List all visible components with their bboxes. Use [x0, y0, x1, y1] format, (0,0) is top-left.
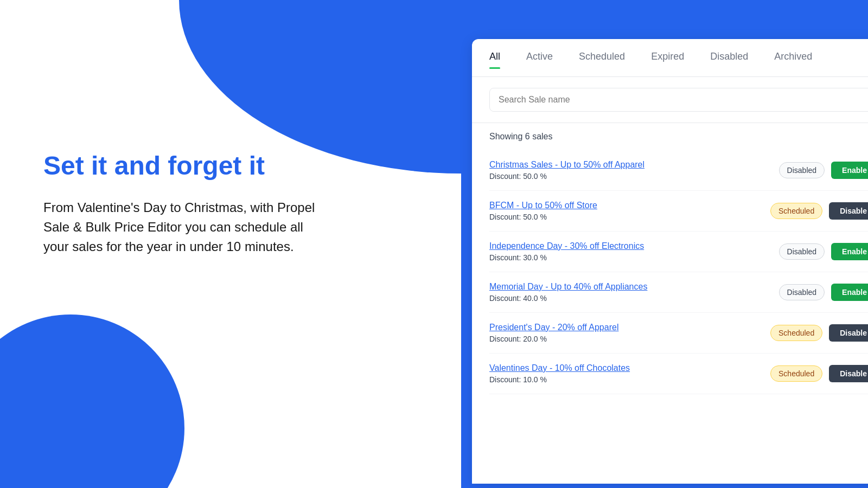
- tab-archived[interactable]: Archived: [774, 51, 812, 65]
- main-heading: Set it and forget it: [43, 152, 326, 181]
- search-input[interactable]: [489, 88, 868, 112]
- sale-name-link[interactable]: Memorial Day - Up to 40% off Appliances: [489, 282, 779, 292]
- sale-info: Christmas Sales - Up to 50% off ApparelD…: [489, 160, 779, 181]
- tabs-bar: All Active Scheduled Expired Disabled Ar…: [472, 39, 868, 77]
- sale-discount: Discount: 50.0 %: [489, 172, 779, 181]
- sale-info: Memorial Day - Up to 40% off AppliancesD…: [489, 282, 779, 303]
- sale-discount: Discount: 50.0 %: [489, 213, 770, 221]
- sub-text: From Valentine's Day to Christmas, with …: [43, 198, 326, 256]
- sale-discount: Discount: 20.0 %: [489, 335, 770, 343]
- tab-expired[interactable]: Expired: [651, 51, 684, 65]
- tab-scheduled[interactable]: Scheduled: [579, 51, 625, 65]
- tab-active[interactable]: Active: [526, 51, 553, 65]
- sale-name-link[interactable]: Independence Day - 30% off Electronics: [489, 241, 779, 251]
- sale-actions: ScheduledDisable: [770, 202, 868, 220]
- sale-name-link[interactable]: President's Day - 20% off Apparel: [489, 323, 770, 332]
- left-content: Set it and forget it From Valentine's Da…: [43, 152, 326, 256]
- status-badge: Disabled: [779, 162, 825, 178]
- enable-button[interactable]: Enable: [831, 243, 868, 260]
- sale-discount: Discount: 10.0 %: [489, 375, 770, 384]
- count-label: Showing 6 sales: [472, 123, 868, 150]
- status-badge: Disabled: [779, 284, 825, 300]
- sale-actions: DisabledEnable: [779, 243, 868, 260]
- sale-name-link[interactable]: Valentines Day - 10% off Chocolates: [489, 363, 770, 373]
- table-row: Memorial Day - Up to 40% off AppliancesD…: [489, 272, 868, 313]
- sale-name-link[interactable]: BFCM - Up to 50% off Store: [489, 201, 770, 210]
- sale-discount: Discount: 30.0 %: [489, 253, 779, 262]
- sale-discount: Discount: 40.0 %: [489, 294, 779, 303]
- sales-list: Christmas Sales - Up to 50% off ApparelD…: [472, 150, 868, 394]
- enable-button[interactable]: Enable: [831, 284, 868, 301]
- disable-button[interactable]: Disable: [829, 324, 868, 342]
- status-badge: Disabled: [779, 243, 825, 260]
- table-row: Valentines Day - 10% off ChocolatesDisco…: [489, 354, 868, 394]
- sale-actions: DisabledEnable: [779, 162, 868, 179]
- sale-info: Valentines Day - 10% off ChocolatesDisco…: [489, 363, 770, 384]
- search-container: [472, 77, 868, 123]
- sale-info: BFCM - Up to 50% off StoreDiscount: 50.0…: [489, 201, 770, 221]
- sale-actions: ScheduledDisable: [770, 365, 868, 382]
- blue-top-decoration: [179, 0, 461, 174]
- right-panel: All Active Scheduled Expired Disabled Ar…: [461, 0, 868, 488]
- enable-button[interactable]: Enable: [831, 162, 868, 179]
- sale-actions: ScheduledDisable: [770, 324, 868, 342]
- tab-disabled[interactable]: Disabled: [710, 51, 748, 65]
- table-row: Christmas Sales - Up to 50% off ApparelD…: [489, 150, 868, 191]
- status-badge: Scheduled: [770, 365, 822, 382]
- left-panel: Set it and forget it From Valentine's Da…: [0, 0, 461, 488]
- disable-button[interactable]: Disable: [829, 202, 868, 220]
- sale-info: President's Day - 20% off ApparelDiscoun…: [489, 323, 770, 343]
- sale-info: Independence Day - 30% off ElectronicsDi…: [489, 241, 779, 262]
- disable-button[interactable]: Disable: [829, 365, 868, 382]
- sale-actions: DisabledEnable: [779, 284, 868, 301]
- blue-bottom-decoration: [0, 314, 184, 488]
- tab-all[interactable]: All: [489, 51, 500, 65]
- sales-card: All Active Scheduled Expired Disabled Ar…: [472, 39, 868, 484]
- table-row: President's Day - 20% off ApparelDiscoun…: [489, 313, 868, 354]
- sale-name-link[interactable]: Christmas Sales - Up to 50% off Apparel: [489, 160, 779, 170]
- status-badge: Scheduled: [770, 325, 822, 341]
- status-badge: Scheduled: [770, 203, 822, 219]
- table-row: BFCM - Up to 50% off StoreDiscount: 50.0…: [489, 191, 868, 232]
- table-row: Independence Day - 30% off ElectronicsDi…: [489, 232, 868, 272]
